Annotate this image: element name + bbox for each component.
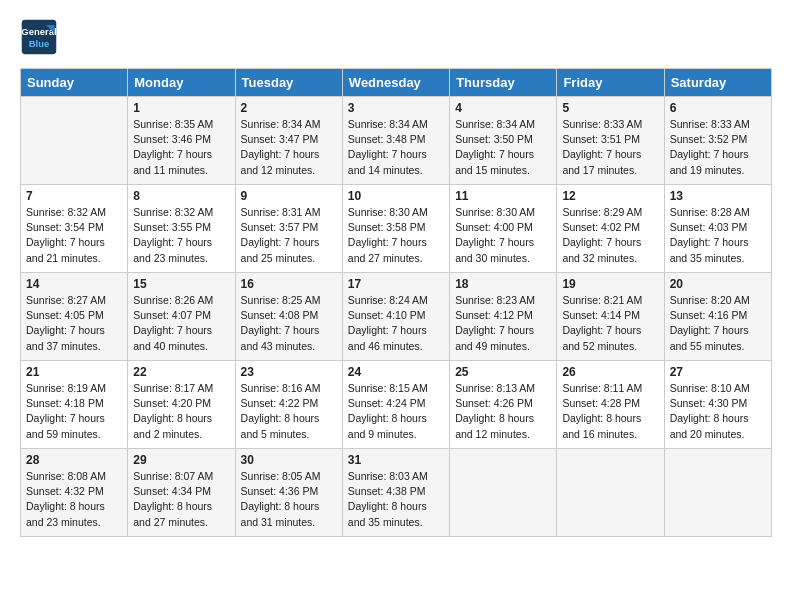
day-number: 3 (348, 101, 444, 115)
day-info: Sunrise: 8:13 AMSunset: 4:26 PMDaylight:… (455, 381, 551, 442)
day-cell: 12Sunrise: 8:29 AMSunset: 4:02 PMDayligh… (557, 185, 664, 273)
day-info: Sunrise: 8:20 AMSunset: 4:16 PMDaylight:… (670, 293, 766, 354)
day-number: 18 (455, 277, 551, 291)
day-number: 10 (348, 189, 444, 203)
day-info: Sunrise: 8:30 AMSunset: 4:00 PMDaylight:… (455, 205, 551, 266)
day-cell: 4Sunrise: 8:34 AMSunset: 3:50 PMDaylight… (450, 97, 557, 185)
day-cell: 26Sunrise: 8:11 AMSunset: 4:28 PMDayligh… (557, 361, 664, 449)
day-number: 25 (455, 365, 551, 379)
svg-text:Blue: Blue (29, 38, 50, 49)
day-info: Sunrise: 8:25 AMSunset: 4:08 PMDaylight:… (241, 293, 337, 354)
day-cell: 6Sunrise: 8:33 AMSunset: 3:52 PMDaylight… (664, 97, 771, 185)
day-number: 16 (241, 277, 337, 291)
day-cell: 8Sunrise: 8:32 AMSunset: 3:55 PMDaylight… (128, 185, 235, 273)
day-number: 5 (562, 101, 658, 115)
day-cell (450, 449, 557, 537)
day-info: Sunrise: 8:26 AMSunset: 4:07 PMDaylight:… (133, 293, 229, 354)
day-number: 8 (133, 189, 229, 203)
day-number: 22 (133, 365, 229, 379)
day-number: 17 (348, 277, 444, 291)
page: General Blue SundayMondayTuesdayWednesda… (0, 0, 792, 547)
day-number: 1 (133, 101, 229, 115)
day-cell: 5Sunrise: 8:33 AMSunset: 3:51 PMDaylight… (557, 97, 664, 185)
day-cell: 22Sunrise: 8:17 AMSunset: 4:20 PMDayligh… (128, 361, 235, 449)
day-info: Sunrise: 8:05 AMSunset: 4:36 PMDaylight:… (241, 469, 337, 530)
day-cell: 15Sunrise: 8:26 AMSunset: 4:07 PMDayligh… (128, 273, 235, 361)
day-number: 31 (348, 453, 444, 467)
col-header-tuesday: Tuesday (235, 69, 342, 97)
day-number: 4 (455, 101, 551, 115)
day-cell: 21Sunrise: 8:19 AMSunset: 4:18 PMDayligh… (21, 361, 128, 449)
day-info: Sunrise: 8:03 AMSunset: 4:38 PMDaylight:… (348, 469, 444, 530)
day-cell: 25Sunrise: 8:13 AMSunset: 4:26 PMDayligh… (450, 361, 557, 449)
day-info: Sunrise: 8:10 AMSunset: 4:30 PMDaylight:… (670, 381, 766, 442)
col-header-thursday: Thursday (450, 69, 557, 97)
day-info: Sunrise: 8:29 AMSunset: 4:02 PMDaylight:… (562, 205, 658, 266)
day-info: Sunrise: 8:08 AMSunset: 4:32 PMDaylight:… (26, 469, 122, 530)
day-cell: 11Sunrise: 8:30 AMSunset: 4:00 PMDayligh… (450, 185, 557, 273)
day-cell: 19Sunrise: 8:21 AMSunset: 4:14 PMDayligh… (557, 273, 664, 361)
day-number: 15 (133, 277, 229, 291)
calendar-table: SundayMondayTuesdayWednesdayThursdayFrid… (20, 68, 772, 537)
day-number: 23 (241, 365, 337, 379)
day-info: Sunrise: 8:33 AMSunset: 3:52 PMDaylight:… (670, 117, 766, 178)
day-cell: 10Sunrise: 8:30 AMSunset: 3:58 PMDayligh… (342, 185, 449, 273)
col-header-sunday: Sunday (21, 69, 128, 97)
day-info: Sunrise: 8:32 AMSunset: 3:55 PMDaylight:… (133, 205, 229, 266)
day-info: Sunrise: 8:34 AMSunset: 3:48 PMDaylight:… (348, 117, 444, 178)
day-cell: 27Sunrise: 8:10 AMSunset: 4:30 PMDayligh… (664, 361, 771, 449)
day-number: 28 (26, 453, 122, 467)
day-info: Sunrise: 8:33 AMSunset: 3:51 PMDaylight:… (562, 117, 658, 178)
week-row-5: 28Sunrise: 8:08 AMSunset: 4:32 PMDayligh… (21, 449, 772, 537)
day-number: 14 (26, 277, 122, 291)
day-info: Sunrise: 8:34 AMSunset: 3:50 PMDaylight:… (455, 117, 551, 178)
day-info: Sunrise: 8:19 AMSunset: 4:18 PMDaylight:… (26, 381, 122, 442)
col-header-saturday: Saturday (664, 69, 771, 97)
day-info: Sunrise: 8:16 AMSunset: 4:22 PMDaylight:… (241, 381, 337, 442)
day-info: Sunrise: 8:31 AMSunset: 3:57 PMDaylight:… (241, 205, 337, 266)
day-cell: 14Sunrise: 8:27 AMSunset: 4:05 PMDayligh… (21, 273, 128, 361)
day-info: Sunrise: 8:21 AMSunset: 4:14 PMDaylight:… (562, 293, 658, 354)
day-number: 7 (26, 189, 122, 203)
day-info: Sunrise: 8:17 AMSunset: 4:20 PMDaylight:… (133, 381, 229, 442)
day-number: 11 (455, 189, 551, 203)
day-cell: 29Sunrise: 8:07 AMSunset: 4:34 PMDayligh… (128, 449, 235, 537)
day-info: Sunrise: 8:11 AMSunset: 4:28 PMDaylight:… (562, 381, 658, 442)
day-cell: 24Sunrise: 8:15 AMSunset: 4:24 PMDayligh… (342, 361, 449, 449)
week-row-4: 21Sunrise: 8:19 AMSunset: 4:18 PMDayligh… (21, 361, 772, 449)
day-number: 30 (241, 453, 337, 467)
day-number: 12 (562, 189, 658, 203)
day-info: Sunrise: 8:24 AMSunset: 4:10 PMDaylight:… (348, 293, 444, 354)
day-cell: 17Sunrise: 8:24 AMSunset: 4:10 PMDayligh… (342, 273, 449, 361)
day-number: 26 (562, 365, 658, 379)
day-number: 19 (562, 277, 658, 291)
day-info: Sunrise: 8:28 AMSunset: 4:03 PMDaylight:… (670, 205, 766, 266)
day-number: 2 (241, 101, 337, 115)
day-number: 20 (670, 277, 766, 291)
day-number: 21 (26, 365, 122, 379)
day-cell: 23Sunrise: 8:16 AMSunset: 4:22 PMDayligh… (235, 361, 342, 449)
day-number: 9 (241, 189, 337, 203)
day-info: Sunrise: 8:07 AMSunset: 4:34 PMDaylight:… (133, 469, 229, 530)
header: General Blue (20, 18, 772, 56)
day-number: 6 (670, 101, 766, 115)
logo: General Blue (20, 18, 60, 56)
day-info: Sunrise: 8:30 AMSunset: 3:58 PMDaylight:… (348, 205, 444, 266)
header-row: SundayMondayTuesdayWednesdayThursdayFrid… (21, 69, 772, 97)
day-cell: 28Sunrise: 8:08 AMSunset: 4:32 PMDayligh… (21, 449, 128, 537)
day-cell (664, 449, 771, 537)
col-header-wednesday: Wednesday (342, 69, 449, 97)
day-cell (21, 97, 128, 185)
col-header-friday: Friday (557, 69, 664, 97)
day-info: Sunrise: 8:34 AMSunset: 3:47 PMDaylight:… (241, 117, 337, 178)
day-cell: 13Sunrise: 8:28 AMSunset: 4:03 PMDayligh… (664, 185, 771, 273)
day-cell: 7Sunrise: 8:32 AMSunset: 3:54 PMDaylight… (21, 185, 128, 273)
day-cell: 2Sunrise: 8:34 AMSunset: 3:47 PMDaylight… (235, 97, 342, 185)
day-cell: 31Sunrise: 8:03 AMSunset: 4:38 PMDayligh… (342, 449, 449, 537)
day-info: Sunrise: 8:32 AMSunset: 3:54 PMDaylight:… (26, 205, 122, 266)
day-info: Sunrise: 8:23 AMSunset: 4:12 PMDaylight:… (455, 293, 551, 354)
day-cell: 9Sunrise: 8:31 AMSunset: 3:57 PMDaylight… (235, 185, 342, 273)
day-info: Sunrise: 8:27 AMSunset: 4:05 PMDaylight:… (26, 293, 122, 354)
day-cell: 30Sunrise: 8:05 AMSunset: 4:36 PMDayligh… (235, 449, 342, 537)
week-row-3: 14Sunrise: 8:27 AMSunset: 4:05 PMDayligh… (21, 273, 772, 361)
